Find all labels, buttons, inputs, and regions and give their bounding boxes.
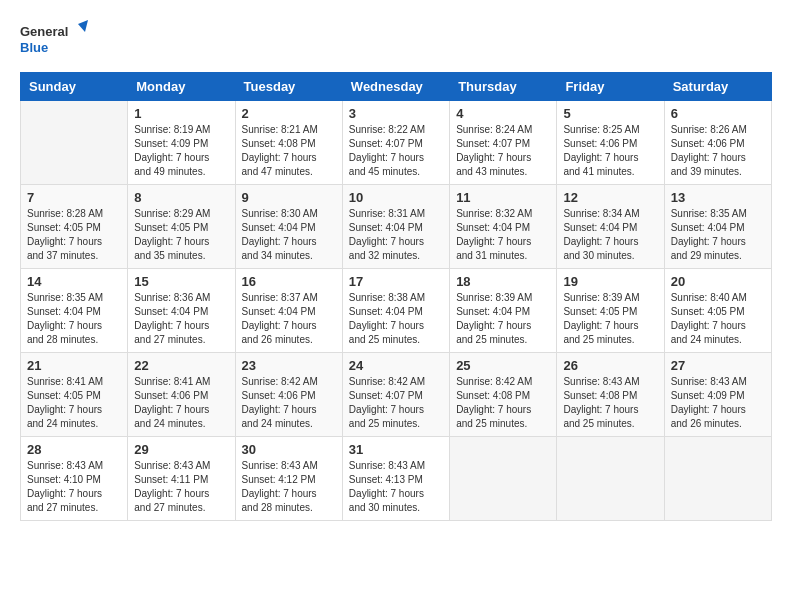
calendar-cell: 3Sunrise: 8:22 AMSunset: 4:07 PMDaylight… [342, 101, 449, 185]
calendar-cell: 26Sunrise: 8:43 AMSunset: 4:08 PMDayligh… [557, 353, 664, 437]
logo-svg: General Blue [20, 20, 90, 62]
day-info: Sunrise: 8:39 AMSunset: 4:04 PMDaylight:… [456, 291, 550, 347]
day-info: Sunrise: 8:30 AMSunset: 4:04 PMDaylight:… [242, 207, 336, 263]
day-info: Sunrise: 8:43 AMSunset: 4:09 PMDaylight:… [671, 375, 765, 431]
calendar-cell: 18Sunrise: 8:39 AMSunset: 4:04 PMDayligh… [450, 269, 557, 353]
day-info: Sunrise: 8:19 AMSunset: 4:09 PMDaylight:… [134, 123, 228, 179]
day-info: Sunrise: 8:41 AMSunset: 4:06 PMDaylight:… [134, 375, 228, 431]
weekday-header-sunday: Sunday [21, 73, 128, 101]
day-info: Sunrise: 8:28 AMSunset: 4:05 PMDaylight:… [27, 207, 121, 263]
week-row-4: 21Sunrise: 8:41 AMSunset: 4:05 PMDayligh… [21, 353, 772, 437]
calendar-cell: 7Sunrise: 8:28 AMSunset: 4:05 PMDaylight… [21, 185, 128, 269]
calendar-cell: 6Sunrise: 8:26 AMSunset: 4:06 PMDaylight… [664, 101, 771, 185]
day-number: 22 [134, 358, 228, 373]
calendar-cell: 22Sunrise: 8:41 AMSunset: 4:06 PMDayligh… [128, 353, 235, 437]
day-number: 3 [349, 106, 443, 121]
calendar-cell: 30Sunrise: 8:43 AMSunset: 4:12 PMDayligh… [235, 437, 342, 521]
week-row-5: 28Sunrise: 8:43 AMSunset: 4:10 PMDayligh… [21, 437, 772, 521]
day-info: Sunrise: 8:22 AMSunset: 4:07 PMDaylight:… [349, 123, 443, 179]
day-info: Sunrise: 8:43 AMSunset: 4:10 PMDaylight:… [27, 459, 121, 515]
day-number: 6 [671, 106, 765, 121]
svg-marker-2 [78, 20, 88, 32]
day-number: 9 [242, 190, 336, 205]
day-number: 26 [563, 358, 657, 373]
calendar-cell: 29Sunrise: 8:43 AMSunset: 4:11 PMDayligh… [128, 437, 235, 521]
calendar-cell: 19Sunrise: 8:39 AMSunset: 4:05 PMDayligh… [557, 269, 664, 353]
calendar-cell: 12Sunrise: 8:34 AMSunset: 4:04 PMDayligh… [557, 185, 664, 269]
day-info: Sunrise: 8:43 AMSunset: 4:08 PMDaylight:… [563, 375, 657, 431]
day-number: 23 [242, 358, 336, 373]
day-info: Sunrise: 8:25 AMSunset: 4:06 PMDaylight:… [563, 123, 657, 179]
day-info: Sunrise: 8:43 AMSunset: 4:12 PMDaylight:… [242, 459, 336, 515]
weekday-header-thursday: Thursday [450, 73, 557, 101]
day-number: 28 [27, 442, 121, 457]
day-info: Sunrise: 8:42 AMSunset: 4:06 PMDaylight:… [242, 375, 336, 431]
week-row-1: 1Sunrise: 8:19 AMSunset: 4:09 PMDaylight… [21, 101, 772, 185]
calendar-cell: 10Sunrise: 8:31 AMSunset: 4:04 PMDayligh… [342, 185, 449, 269]
day-info: Sunrise: 8:35 AMSunset: 4:04 PMDaylight:… [671, 207, 765, 263]
day-info: Sunrise: 8:26 AMSunset: 4:06 PMDaylight:… [671, 123, 765, 179]
day-number: 17 [349, 274, 443, 289]
week-row-2: 7Sunrise: 8:28 AMSunset: 4:05 PMDaylight… [21, 185, 772, 269]
day-number: 8 [134, 190, 228, 205]
calendar-cell: 2Sunrise: 8:21 AMSunset: 4:08 PMDaylight… [235, 101, 342, 185]
calendar-cell: 9Sunrise: 8:30 AMSunset: 4:04 PMDaylight… [235, 185, 342, 269]
day-number: 7 [27, 190, 121, 205]
calendar-cell: 28Sunrise: 8:43 AMSunset: 4:10 PMDayligh… [21, 437, 128, 521]
day-number: 14 [27, 274, 121, 289]
day-info: Sunrise: 8:36 AMSunset: 4:04 PMDaylight:… [134, 291, 228, 347]
calendar-cell: 1Sunrise: 8:19 AMSunset: 4:09 PMDaylight… [128, 101, 235, 185]
day-number: 16 [242, 274, 336, 289]
day-number: 2 [242, 106, 336, 121]
calendar-cell: 31Sunrise: 8:43 AMSunset: 4:13 PMDayligh… [342, 437, 449, 521]
day-number: 18 [456, 274, 550, 289]
day-number: 25 [456, 358, 550, 373]
day-info: Sunrise: 8:39 AMSunset: 4:05 PMDaylight:… [563, 291, 657, 347]
day-number: 15 [134, 274, 228, 289]
calendar-cell [21, 101, 128, 185]
calendar-cell [664, 437, 771, 521]
svg-text:General: General [20, 24, 68, 39]
calendar-cell: 13Sunrise: 8:35 AMSunset: 4:04 PMDayligh… [664, 185, 771, 269]
day-info: Sunrise: 8:38 AMSunset: 4:04 PMDaylight:… [349, 291, 443, 347]
day-number: 1 [134, 106, 228, 121]
day-info: Sunrise: 8:34 AMSunset: 4:04 PMDaylight:… [563, 207, 657, 263]
calendar-cell: 25Sunrise: 8:42 AMSunset: 4:08 PMDayligh… [450, 353, 557, 437]
day-number: 20 [671, 274, 765, 289]
weekday-header-saturday: Saturday [664, 73, 771, 101]
day-number: 4 [456, 106, 550, 121]
calendar-cell: 17Sunrise: 8:38 AMSunset: 4:04 PMDayligh… [342, 269, 449, 353]
svg-text:Blue: Blue [20, 40, 48, 55]
day-number: 11 [456, 190, 550, 205]
weekday-header-tuesday: Tuesday [235, 73, 342, 101]
day-info: Sunrise: 8:35 AMSunset: 4:04 PMDaylight:… [27, 291, 121, 347]
calendar-table: SundayMondayTuesdayWednesdayThursdayFrid… [20, 72, 772, 521]
day-number: 27 [671, 358, 765, 373]
calendar-cell: 23Sunrise: 8:42 AMSunset: 4:06 PMDayligh… [235, 353, 342, 437]
header: General Blue [20, 20, 772, 62]
calendar-cell [557, 437, 664, 521]
calendar-cell: 14Sunrise: 8:35 AMSunset: 4:04 PMDayligh… [21, 269, 128, 353]
day-info: Sunrise: 8:42 AMSunset: 4:07 PMDaylight:… [349, 375, 443, 431]
logo: General Blue [20, 20, 90, 62]
calendar-cell: 21Sunrise: 8:41 AMSunset: 4:05 PMDayligh… [21, 353, 128, 437]
day-number: 19 [563, 274, 657, 289]
day-info: Sunrise: 8:31 AMSunset: 4:04 PMDaylight:… [349, 207, 443, 263]
day-info: Sunrise: 8:32 AMSunset: 4:04 PMDaylight:… [456, 207, 550, 263]
day-info: Sunrise: 8:41 AMSunset: 4:05 PMDaylight:… [27, 375, 121, 431]
day-info: Sunrise: 8:37 AMSunset: 4:04 PMDaylight:… [242, 291, 336, 347]
calendar-cell: 8Sunrise: 8:29 AMSunset: 4:05 PMDaylight… [128, 185, 235, 269]
day-number: 10 [349, 190, 443, 205]
calendar-cell: 16Sunrise: 8:37 AMSunset: 4:04 PMDayligh… [235, 269, 342, 353]
weekday-header-friday: Friday [557, 73, 664, 101]
day-number: 29 [134, 442, 228, 457]
week-row-3: 14Sunrise: 8:35 AMSunset: 4:04 PMDayligh… [21, 269, 772, 353]
day-info: Sunrise: 8:42 AMSunset: 4:08 PMDaylight:… [456, 375, 550, 431]
weekday-header-row: SundayMondayTuesdayWednesdayThursdayFrid… [21, 73, 772, 101]
day-number: 24 [349, 358, 443, 373]
calendar-cell: 27Sunrise: 8:43 AMSunset: 4:09 PMDayligh… [664, 353, 771, 437]
calendar-cell: 15Sunrise: 8:36 AMSunset: 4:04 PMDayligh… [128, 269, 235, 353]
day-info: Sunrise: 8:29 AMSunset: 4:05 PMDaylight:… [134, 207, 228, 263]
day-info: Sunrise: 8:40 AMSunset: 4:05 PMDaylight:… [671, 291, 765, 347]
calendar-cell: 20Sunrise: 8:40 AMSunset: 4:05 PMDayligh… [664, 269, 771, 353]
